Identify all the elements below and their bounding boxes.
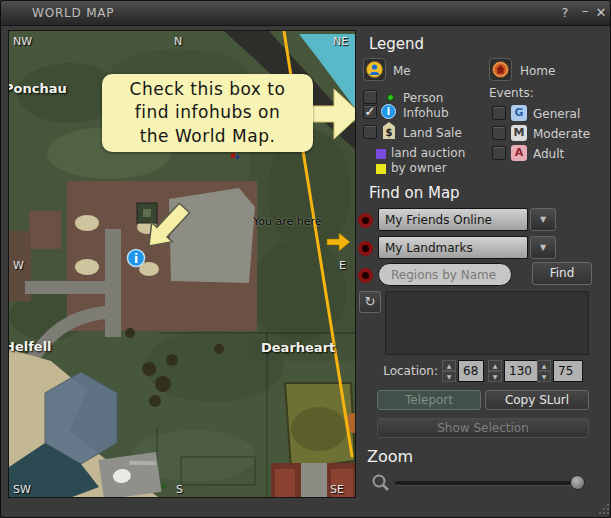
spinner-up-icon[interactable]: ▲ [488,360,502,371]
spinner-down-icon[interactable]: ▼ [488,371,502,382]
by-owner-swatch [376,164,386,174]
svg-text:i: i [134,252,138,266]
callout-line-2: find infohubs on [102,101,313,124]
events-moderate-label: Moderate [533,127,590,141]
track-landmarks-icon [358,241,373,256]
resize-grip[interactable] [597,502,611,516]
compass-e: E [339,259,346,272]
location-z-stepper[interactable]: ▲▼ [537,360,551,382]
titlebar[interactable]: WORLD MAP ? – ✕ [1,1,610,26]
terrain-platform [98,452,161,498]
refresh-button[interactable]: ↻ [359,291,381,313]
world-map-window: WORLD MAP ? – ✕ [0,0,611,518]
copy-slurl-button[interactable]: Copy SLurl [485,390,589,410]
events-moderate-checkbox[interactable] [492,126,506,140]
track-region-icon [358,268,373,283]
location-x-stepper[interactable]: ▲▼ [442,360,456,382]
events-general-checkbox[interactable] [492,106,506,120]
infohub-icon: i [381,104,396,119]
land-sale-label: Land Sale [403,126,462,140]
events-general-label: General [533,107,580,121]
you-are-here-label: You are here [253,215,322,228]
compass-sw: SW [13,483,31,496]
checkmark-icon: ✓ [365,104,376,119]
terrain-green-dot [161,483,167,489]
location-z-field[interactable] [553,360,583,382]
find-on-map-heading: Find on Map [369,184,460,202]
person-checkbox[interactable] [363,90,377,104]
magnifier-icon [372,474,390,492]
compass-s: S [176,483,183,496]
region-label-dearheart: Dearheart [261,340,335,355]
close-button[interactable]: ✕ [593,5,609,21]
compass-nw: NW [13,35,32,48]
spinner-down-icon[interactable]: ▼ [537,371,551,382]
region-search-input[interactable] [389,267,501,283]
search-results-list[interactable] [385,291,589,355]
chevron-down-icon: ▼ [540,215,546,224]
infohub-checkbox[interactable]: ✓ [363,105,377,119]
me-avatar-icon [366,61,383,78]
home-icon [492,61,509,78]
infohub-label: Infohub [403,106,449,120]
general-badge-icon: G [511,105,527,121]
events-adult-label: Adult [533,147,564,161]
spinner-down-icon[interactable]: ▼ [442,371,456,382]
moderate-badge-icon: M [511,125,527,141]
callout-line-1: Check this box to [102,78,313,101]
region-search-field [378,263,512,286]
region-label-ponchau: Ponchau [8,81,67,96]
zoom-heading: Zoom [367,447,413,466]
land-auction-label: land auction [391,146,465,160]
tutorial-callout: Check this box to find infohubs on the W… [102,74,313,152]
teleport-button[interactable]: Teleport [377,390,481,410]
friends-dropdown-arrow[interactable]: ▼ [530,208,556,231]
events-adult-checkbox[interactable] [492,146,506,160]
landmarks-dropdown-arrow[interactable]: ▼ [530,236,556,259]
home-icon-button[interactable] [489,58,512,81]
land-sale-tag-icon: $ [383,122,395,139]
compass-ne: NE [333,35,348,48]
refresh-icon: ↻ [365,294,376,309]
spinner-up-icon[interactable]: ▲ [537,360,551,371]
me-label: Me [393,64,411,78]
zoom-slider-track[interactable] [395,481,585,486]
events-heading: Events: [489,86,534,100]
compass-se: SE [330,483,344,496]
landmarks-dropdown[interactable]: My Landmarks [378,236,528,259]
zoom-slider-thumb[interactable] [570,475,585,490]
world-map-canvas[interactable]: i NW N NE W E SW S SE Ponchau Helfell De… [8,30,356,498]
friends-dropdown[interactable]: My Friends Online [378,208,528,231]
compass-n: N [174,35,182,48]
terrain-dearheart-pond [285,383,356,469]
by-owner-label: by owner [391,161,447,175]
callout-line-3: the World Map. [102,125,313,148]
spinner-up-icon[interactable]: ▲ [442,360,456,371]
region-label-helfell: Helfell [8,339,52,354]
person-label: Person [403,91,443,105]
adult-badge-icon: A [511,145,527,161]
show-selection-button[interactable]: Show Selection [377,418,589,438]
compass-w: W [13,259,24,272]
person-dot-icon [387,94,394,101]
window-title: WORLD MAP [32,6,114,20]
find-button[interactable]: Find [532,262,592,285]
location-y-field[interactable] [504,360,538,382]
infohub-map-marker[interactable]: i [128,250,145,267]
track-friends-icon [358,213,373,228]
land-sale-checkbox[interactable] [363,125,377,139]
me-icon-button[interactable] [363,58,386,81]
land-auction-swatch [376,149,386,159]
location-y-stepper[interactable]: ▲▼ [488,360,502,382]
location-x-field[interactable] [458,360,484,382]
chevron-down-icon: ▼ [540,243,546,252]
legend-heading: Legend [369,35,424,53]
help-button[interactable]: ? [557,5,573,21]
location-label: Location: [378,364,438,378]
minimize-button[interactable]: – [577,3,593,19]
home-label: Home [520,64,555,78]
